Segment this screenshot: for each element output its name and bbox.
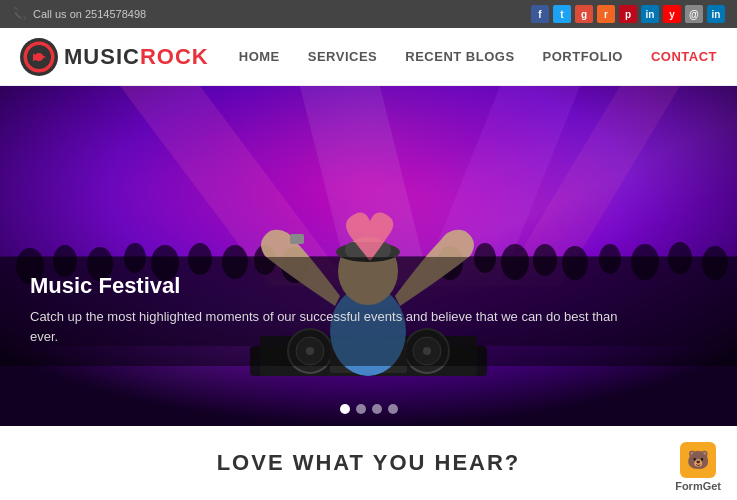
svg-point-2 (35, 53, 43, 61)
hero-subtitle: Catch up the most highlighted moments of… (30, 307, 630, 346)
logo-icon (20, 38, 58, 76)
svg-point-1 (25, 43, 53, 71)
nav: HOME SERVICES RECENT BLOGS PORTFOLIO CON… (239, 49, 717, 64)
svg-point-0 (21, 39, 57, 75)
phone-icon: 📞 (12, 7, 27, 21)
header: MUSICROCK HOME SERVICES RECENT BLOGS POR… (0, 28, 737, 86)
pinterest-icon[interactable]: p (619, 5, 637, 23)
hero-dots (340, 404, 398, 414)
top-bar: 📞 Call us on 2514578498 f t g r p in y @… (0, 0, 737, 28)
formget-label: FormGet (675, 480, 721, 492)
dot-1[interactable] (340, 404, 350, 414)
hero-section: Music Festival Catch up the most highlig… (0, 86, 737, 426)
svg-marker-3 (37, 53, 46, 61)
google-plus-icon[interactable]: g (575, 5, 593, 23)
phone-number: Call us on 2514578498 (33, 8, 146, 20)
phone-area: 📞 Call us on 2514578498 (12, 7, 146, 21)
social-icons-bar: f t g r p in y @ in (531, 5, 725, 23)
dot-4[interactable] (388, 404, 398, 414)
dot-3[interactable] (372, 404, 382, 414)
formget-badge[interactable]: 🐻 FormGet (675, 442, 721, 492)
svg-rect-42 (290, 234, 304, 244)
formget-logo: 🐻 (680, 442, 716, 478)
hero-scene-svg (0, 86, 737, 426)
email-icon[interactable]: @ (685, 5, 703, 23)
hero-title: Music Festival (30, 273, 707, 299)
nav-contact[interactable]: CONTACT (651, 49, 717, 64)
linkedin-icon[interactable]: in (641, 5, 659, 23)
linkedin2-icon[interactable]: in (707, 5, 725, 23)
footer-title: LOVE WHAT YOU HEAR? (217, 450, 521, 476)
nav-recent-blogs[interactable]: RECENT BLOGS (405, 49, 514, 64)
hero-background (0, 86, 737, 426)
footer-strip: LOVE WHAT YOU HEAR? 🐻 FormGet (0, 426, 737, 500)
nav-home[interactable]: HOME (239, 49, 280, 64)
nav-services[interactable]: SERVICES (308, 49, 378, 64)
rss-icon[interactable]: r (597, 5, 615, 23)
logo-text: MUSICROCK (64, 44, 209, 70)
youtube-icon[interactable]: y (663, 5, 681, 23)
logo[interactable]: MUSICROCK (20, 38, 209, 76)
dot-2[interactable] (356, 404, 366, 414)
twitter-icon[interactable]: t (553, 5, 571, 23)
facebook-icon[interactable]: f (531, 5, 549, 23)
hero-text-box: Music Festival Catch up the most highlig… (0, 257, 737, 366)
nav-portfolio[interactable]: PORTFOLIO (543, 49, 623, 64)
